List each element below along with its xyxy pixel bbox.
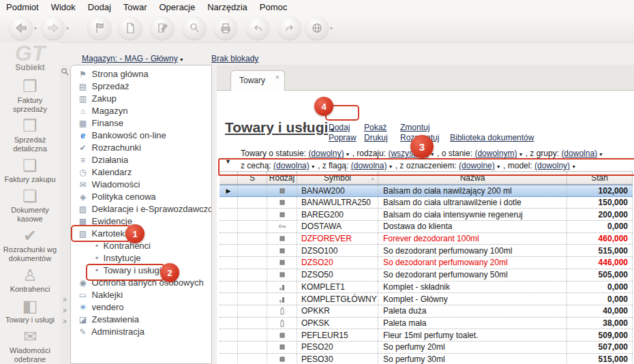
tree-item-towary-i-us-ugi[interactable]: • Towary i usługi (71, 264, 211, 277)
page-title[interactable]: Towary i usługi▼ (225, 119, 335, 136)
chevron-down-icon[interactable]: ▾ (34, 25, 37, 31)
tab-towary[interactable]: Towary × (230, 70, 285, 91)
tree-item-administracja[interactable]: ✎ Administracja (71, 326, 211, 338)
page-title-text: Towary i usługi (225, 119, 328, 135)
chevron-down-icon[interactable]: ▼ (345, 149, 350, 160)
filter-value-dowolna[interactable]: (dowolna) (561, 149, 597, 158)
document-library-link[interactable]: Biblioteka dokumentów (450, 133, 534, 143)
filter-value-wszystkie[interactable]: (wszystkie) (388, 149, 428, 158)
tree-item-kartoteki[interactable]: ▧ Kartoteki (71, 228, 211, 240)
tree-item-kontrahenci[interactable]: • Kontrahenci (71, 240, 211, 252)
table-row-banaw200[interactable]: ▶BANAW200Balsam do ciała nawilżający 200… (220, 185, 633, 197)
column-header-nazwa[interactable]: Nazwa (378, 172, 567, 184)
sidebar-item-sprzedaz-detaliczna[interactable]: ❒Sprzedaż detaliczna (0, 116, 60, 153)
menu-item-pomoc[interactable]: Pomoc (254, 0, 293, 12)
tree-item-rozrachunki[interactable]: ✔ Rozrachunki (71, 142, 211, 154)
column-header-symbol[interactable]: Symbol▲ (297, 172, 378, 184)
filter-toggle-icon[interactable]: ▼ (225, 158, 231, 165)
menu-item-narzedzia[interactable]: Narzędzia (201, 0, 254, 12)
add-link[interactable]: Dodaj (329, 123, 357, 133)
assemble-link[interactable]: Zmontuj (400, 123, 439, 133)
menu-item-widok[interactable]: Widok (45, 0, 82, 12)
tree-item-naklejki[interactable]: ▭ Naklejki (71, 289, 211, 301)
chevron-down-icon[interactable]: ▾ (330, 25, 333, 31)
tree-item-kalendarz[interactable]: ◷ Kalendarz (71, 166, 211, 179)
toolbar-undo-button[interactable] (246, 16, 269, 40)
disassemble-link[interactable]: Rozmontuj (400, 133, 439, 143)
chevron-down-icon[interactable]: ▼ (430, 149, 435, 160)
filter-value-dowolne[interactable]: (dowolne) (459, 161, 495, 170)
table-row-opkkr[interactable]: OPKKRPaleta duża40,000 (220, 305, 633, 318)
table-row-komplet1[interactable]: KOMPLET1Komplet - składnik0,000 (220, 282, 633, 294)
toolbar-forward-button[interactable] (42, 16, 65, 40)
toolbar-new-document-button[interactable] (119, 16, 142, 40)
chevron-down-icon[interactable]: ▼ (518, 149, 523, 160)
table-row-dostawa[interactable]: DOSTAWADostawa do klienta0,000 (220, 221, 633, 233)
tree-item-magazyn[interactable]: ⌂ Magazyn (71, 105, 211, 117)
sidebar-item-kontrahenci[interactable]: ♙Kontrahenci (0, 265, 60, 294)
column-header-selector[interactable] (220, 172, 238, 184)
toolbar-edit-document-button[interactable] (151, 16, 174, 40)
menu-item-towar[interactable]: Towar (117, 0, 153, 12)
show-link[interactable]: Pokaż (364, 123, 388, 133)
tree-item-polityka-cenowa[interactable]: ◈ Polityka cenowa (71, 191, 211, 203)
table-row-banawultra250[interactable]: BANAWULTRA250Balsam do ciała ultranawilż… (220, 197, 633, 209)
menu-item-dodaj[interactable]: Dodaj (82, 0, 117, 12)
tree-item-finanse[interactable]: ▦ Finanse (71, 117, 211, 130)
filter-value-dowolna[interactable]: (dowolna) (351, 161, 387, 170)
column-header-s[interactable]: S (238, 172, 267, 184)
column-header-rodzaj[interactable]: Rodzaj (267, 172, 297, 184)
table-row-kompletg-owny[interactable]: KOMPLETGŁÓWNYKomplet - Główny0,000 (220, 293, 633, 305)
tree-item-vendero[interactable]: ✳ vendero (71, 301, 211, 314)
close-icon[interactable]: × (275, 73, 280, 81)
towar-icon (278, 211, 286, 219)
lock-status-link[interactable]: Brak blokady (211, 54, 258, 63)
collapsed-modules-strip[interactable]: > > > Lista modułów (60, 65, 70, 364)
table-row-dzso50[interactable]: DZSO50So dezodorant perfumowany 50ml505,… (220, 269, 633, 282)
edit-link[interactable]: Popraw (329, 133, 357, 143)
tree-item-zakup[interactable]: ▥ Zakup (71, 93, 211, 105)
filter-value-dowolny[interactable]: (dowolny) (308, 149, 344, 158)
table-row-dzso100[interactable]: DZSO100So dezodorant perfumowany 100ml51… (220, 245, 633, 257)
tree-item-dzia-ania[interactable]: ≡ Działania (71, 154, 211, 166)
menu-item-operacje[interactable]: Operacje (153, 0, 201, 12)
table-row-dzso20[interactable]: DZSO20So dezodorant perfumowany 20ml446,… (220, 257, 633, 269)
column-header-stan[interactable]: Stan (567, 172, 633, 184)
table-row-dzforever[interactable]: DZFOREVERForever dezodorant 100ml460,000 (220, 233, 633, 245)
toolbar-flag-button[interactable] (88, 16, 111, 40)
filter-value-dowolny[interactable]: (dowolny) (534, 161, 570, 170)
toolbar-print-button[interactable] (214, 16, 237, 40)
sidebar-item-faktury-zakupu[interactable]: ❑Faktury zakupu (0, 155, 60, 184)
toolbar-find-button[interactable] (183, 16, 206, 40)
tree-item-ewidencje[interactable]: ▩ Ewidencje (71, 215, 211, 228)
table-row-bareg200[interactable]: BAREG200Balsam do ciała intensywnie rege… (220, 209, 633, 221)
table-row-opksk[interactable]: OPKSKPaleta mała38,000 (220, 318, 633, 330)
chevron-down-icon[interactable]: ▼ (599, 149, 603, 160)
toolbar-back-button[interactable] (10, 16, 33, 40)
tree-item-zestawienia[interactable]: ◪ Zestawienia (71, 314, 211, 326)
tree-item-ochrona-danych-osobowych[interactable]: ◉ Ochrona danych osobowych (71, 277, 211, 289)
sidebar-item-faktury-sprzedazy[interactable]: ❐Faktury sprzedaży (0, 76, 60, 114)
menu-item-podmiot[interactable]: Podmiot (0, 0, 45, 12)
sidebar-item-dokumenty-kasowe[interactable]: ❏Dokumenty kasowe (0, 186, 60, 224)
table-row-peso30[interactable]: PESO30So perfumy 30ml515,000 (220, 354, 633, 364)
toolbar-redo-button[interactable] (278, 16, 301, 40)
tree-item-sprzedaz[interactable]: ▤ Sprzedaż (71, 80, 211, 93)
sidebar-item-towary-i-us-ugi[interactable]: ◧Towary i usługi (0, 296, 60, 324)
tree-item-strona-g-owna[interactable]: ⚑ Strona główna (71, 68, 211, 80)
tree-item-wiadomosci[interactable]: ✉ Wiadomości (71, 179, 211, 191)
sidebar-item-wiadomosci-odebrane[interactable]: ✉Wiadomości odebrane (0, 327, 60, 364)
tree-item-instytucje[interactable]: • Instytucje (71, 252, 211, 264)
toolbar-web-button[interactable] (305, 16, 329, 40)
table-row-peso20[interactable]: PESO20So perfumy 20ml507,000 (220, 342, 633, 354)
tree-item-bankowosc-on-line[interactable]: e Bankowość on-line (71, 130, 211, 142)
table-row-pefleur15[interactable]: PEFLEUR15Fleur 15ml perfumy toalet.509,0… (220, 329, 633, 342)
sidebar-item-rozrachunki-wg-dokumentow[interactable]: ✔Rozrachunki wg dokumentów (0, 226, 60, 263)
search-pin-icon[interactable] (61, 67, 70, 76)
filter-value-dowolna[interactable]: (dowolna) (273, 161, 310, 170)
filter-value-dowolnym[interactable]: (dowolnym) (474, 149, 517, 158)
print-link[interactable]: Drukuj (364, 133, 388, 143)
chevron-down-icon[interactable]: ▾ (66, 25, 69, 31)
warehouse-selector[interactable]: Magazyn: - MAG - Główny▼ (82, 54, 184, 63)
tree-item-deklaracje-i-e-sprawozdawczosc[interactable]: ▨ Deklaracje i e-Sprawozdawczość (71, 203, 211, 215)
